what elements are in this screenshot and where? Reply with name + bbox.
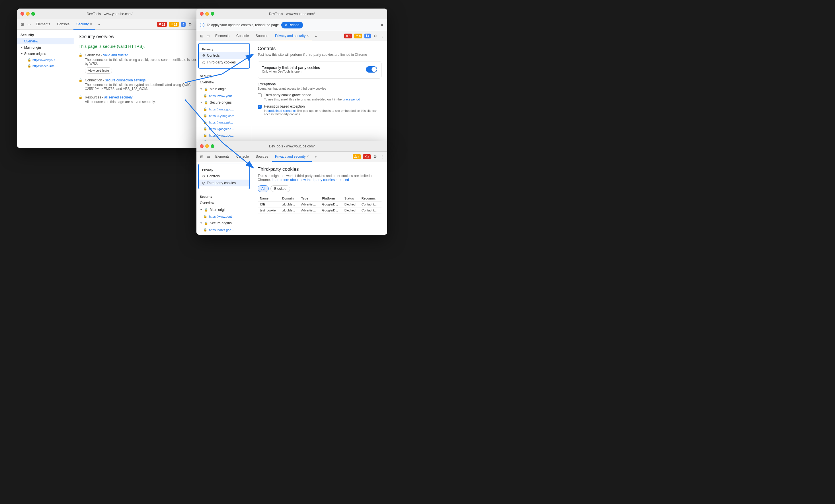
more-tabs-icon2[interactable]: »: [313, 33, 319, 39]
cookie-domain-test: .double...: [280, 208, 299, 213]
sidebar-url-googlead[interactable]: 🔒 https://googlead...: [197, 126, 252, 132]
sidebar-controls[interactable]: ⚙ Controls: [199, 52, 249, 59]
sidebar-overview-top[interactable]: Overview: [197, 79, 252, 86]
tab-close-bottom-icon[interactable]: ✕: [307, 155, 309, 158]
sidebar-url-googlewww[interactable]: 🔒 https://www.goo...: [197, 132, 252, 139]
device-icon[interactable]: ▭: [26, 22, 32, 27]
sidebar-item-main-origin[interactable]: ▼ Main origin: [17, 44, 74, 51]
learn-more-link[interactable]: Learn more about how third-party cookies…: [271, 178, 349, 182]
inspect-icon2[interactable]: ⊞: [199, 33, 204, 39]
lock-icon-gs: 🔒: [203, 120, 207, 124]
cookie-platform-ide: Google/D...: [320, 202, 342, 208]
cookie-icon-bottom: ◎: [202, 181, 205, 185]
lock-icon1: 🔒: [27, 58, 31, 62]
more-tabs-icon[interactable]: »: [96, 22, 102, 27]
close-button-bottom[interactable]: [200, 144, 204, 148]
sidebar-main-origin-top[interactable]: ▼ 🔒 Main origin: [197, 86, 252, 92]
window-title-top-right: DevTools - www.youtube.com/: [269, 12, 315, 16]
tab-privacy-security3[interactable]: Privacy and security ✕: [272, 152, 312, 162]
minimize-button[interactable]: [26, 12, 29, 16]
kebab-menu-icon3[interactable]: ⋮: [379, 154, 385, 160]
device-icon3[interactable]: ▭: [206, 154, 211, 160]
cookie-row-test[interactable]: test_cookie .double... Advertisi... Goog…: [258, 208, 382, 213]
warning-icon: ⚠: [170, 22, 174, 26]
toolbar-bottom-right: ⊞ ▭ Elements Console Sources Privacy and…: [197, 152, 387, 162]
overview-label: Overview: [24, 39, 38, 43]
tab-close-privacy-icon[interactable]: ✕: [307, 34, 309, 37]
sidebar-item-secure-origins[interactable]: ▼ Secure origins: [17, 51, 74, 57]
col-type: Type: [299, 195, 320, 202]
tab-close-icon[interactable]: ✕: [90, 22, 92, 26]
minimize-button-top[interactable]: [205, 12, 209, 16]
tab-elements[interactable]: Elements: [33, 19, 53, 29]
sidebar-url-fonts-gst-b[interactable]: 🔒 https://fonts.gst...: [197, 233, 252, 235]
cookie-domain-ide: .double...: [280, 202, 299, 208]
reload-button[interactable]: ↺ Reload: [281, 22, 303, 28]
grace-period-desc: To use this, enroll this site or sites e…: [264, 98, 360, 101]
close-button-top[interactable]: [200, 12, 204, 16]
sidebar-secure-origins-bottom[interactable]: ▼ 🔒 Secure origins: [197, 220, 252, 227]
sidebar-controls-bottom[interactable]: ⚙ Controls: [199, 173, 249, 180]
sidebar-section-security: Security: [17, 32, 74, 38]
settings-icon[interactable]: ⚙: [187, 22, 193, 27]
conn-row: 🔒 Connection - secure connection setting…: [79, 78, 198, 91]
sidebar-third-party-cookies-bottom[interactable]: ◎ Third-party cookies: [199, 180, 249, 186]
inspect-icon3[interactable]: ⊞: [199, 154, 204, 160]
tab-sources3[interactable]: Sources: [253, 152, 271, 162]
lock-icon-fg: 🔒: [203, 107, 207, 111]
minimize-button-bottom[interactable]: [205, 144, 209, 148]
sidebar-item-overview[interactable]: Overview: [17, 38, 74, 44]
tab-privacy-security[interactable]: Privacy and security ✕: [272, 31, 312, 41]
sidebar-url-main-bottom[interactable]: 🔒 https://www.yout...: [197, 213, 252, 220]
tab-elements2[interactable]: Elements: [212, 31, 232, 41]
maximize-button[interactable]: [31, 12, 35, 16]
tab-elements3[interactable]: Elements: [212, 152, 232, 162]
resources-section: 🔒 Resources - all served securely All re…: [79, 95, 198, 104]
grace-period-checkbox[interactable]: [258, 93, 262, 97]
grace-period-link[interactable]: grace period: [343, 98, 360, 101]
sidebar-url-fonts-goo-b[interactable]: 🔒 https://fonts.goo...: [197, 227, 252, 233]
sidebar-url-fonts-gst[interactable]: 🔒 https://fonts.gst...: [197, 119, 252, 126]
cert-link[interactable]: valid and trusted: [103, 53, 128, 57]
table-header-row: Name Domain Type Platform Status Recomm.…: [258, 195, 382, 202]
kebab-menu-icon2[interactable]: ⋮: [379, 33, 385, 39]
sidebar-url-fonts-goo[interactable]: 🔒 https://fonts.goo...: [197, 106, 252, 112]
sidebar-item-url2[interactable]: 🔒 https://accounts....: [17, 63, 74, 69]
sidebar-overview-bottom[interactable]: Overview: [197, 200, 252, 206]
inspect-icon[interactable]: ⊞: [19, 22, 25, 27]
sidebar-url-ytimg[interactable]: 🔒 https://i.ytimg.com: [197, 112, 252, 119]
sidebar-main-origin-bottom[interactable]: ▼ 🔒 Main origin: [197, 206, 252, 213]
maximize-button-bottom[interactable]: [211, 144, 215, 148]
predefined-scenarios-link[interactable]: predefined scenarios: [267, 109, 297, 112]
settings-icon2[interactable]: ⚙: [372, 33, 378, 39]
sidebar-secure-origins-top[interactable]: ▼ 🔒 Secure origins: [197, 99, 252, 106]
sidebar-item-url1[interactable]: 🔒 https://www.yout...: [17, 57, 74, 63]
filter-all-button[interactable]: All: [258, 185, 269, 192]
tab-security[interactable]: Security ✕: [74, 19, 95, 29]
res-description: All resources on this page are served se…: [85, 100, 156, 104]
tab-console2[interactable]: Console: [233, 31, 252, 41]
exceptions-title: Exceptions: [258, 82, 382, 86]
filter-blocked-button[interactable]: Blocked: [270, 185, 290, 192]
view-certificate-button[interactable]: View certificate: [85, 67, 112, 74]
conn-link[interactable]: secure connection settings: [105, 78, 145, 82]
expand-secure-origins-icon-b: ▼: [200, 222, 202, 225]
expand-secure-origins-icon: ▼: [200, 101, 202, 104]
heuristics-checkbox[interactable]: ✓: [258, 105, 262, 109]
tab-console3[interactable]: Console: [233, 152, 252, 162]
res-link[interactable]: all served securely: [104, 95, 133, 99]
close-button[interactable]: [20, 12, 24, 16]
limit-cookies-toggle[interactable]: [366, 66, 377, 72]
more-tabs-icon3[interactable]: »: [313, 154, 319, 160]
maximize-button-top[interactable]: [211, 12, 215, 16]
heuristics-desc: In predefined scenarios like pop-ups or …: [264, 109, 382, 116]
settings-icon3[interactable]: ⚙: [372, 154, 378, 160]
conn-description: The connection to this site is encrypted…: [85, 83, 198, 91]
tab-console[interactable]: Console: [54, 19, 72, 29]
sidebar-url-main-origin[interactable]: 🔒 https://www.yout...: [197, 92, 252, 99]
tab-sources[interactable]: Sources: [253, 31, 271, 41]
sidebar-third-party-cookies[interactable]: ◎ Third-party cookies: [199, 59, 249, 66]
cookie-row-ide[interactable]: IDE .double... Advertisi... Google/D... …: [258, 202, 382, 208]
notification-close-icon[interactable]: ✕: [380, 23, 384, 27]
device-icon2[interactable]: ▭: [206, 33, 211, 39]
